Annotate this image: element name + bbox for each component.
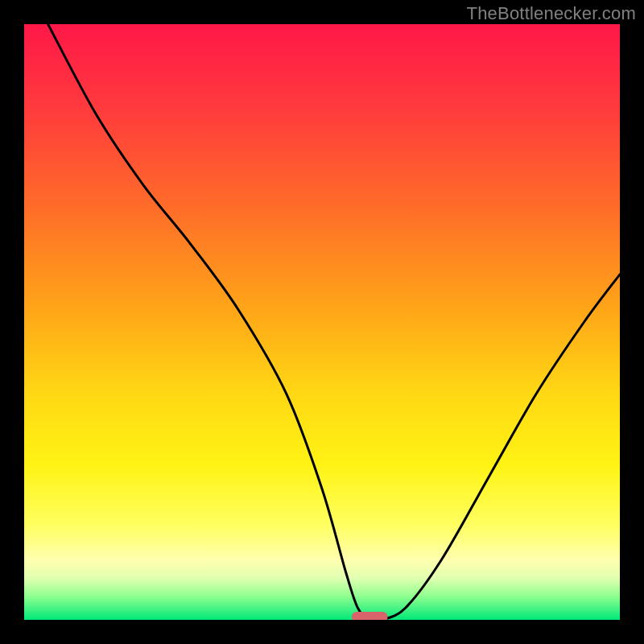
watermark-text: TheBottlenecker.com	[467, 3, 636, 24]
curve-svg	[24, 24, 620, 620]
bottleneck-curve-path	[48, 24, 620, 620]
plot-area	[24, 24, 620, 620]
optimal-marker	[352, 612, 387, 620]
chart-frame: TheBottlenecker.com	[0, 0, 644, 644]
